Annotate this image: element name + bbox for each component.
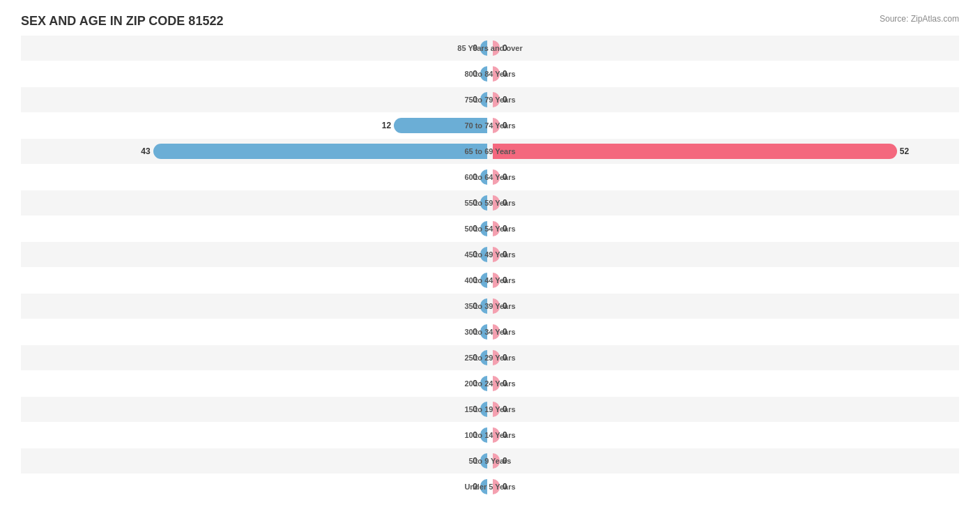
female-value: 0 xyxy=(503,404,522,414)
female-value: 0 xyxy=(503,69,522,79)
chart-row: 0 10 to 14 Years 0 xyxy=(21,423,959,448)
male-value: 0 xyxy=(458,301,477,311)
female-value: 0 xyxy=(503,121,522,130)
chart-row: 0 45 to 49 Years 0 xyxy=(21,242,959,267)
left-section: 0 xyxy=(21,423,490,448)
chart-row: 0 60 to 64 Years 0 xyxy=(21,165,959,190)
right-section: 0 xyxy=(490,165,959,190)
left-section: 0 xyxy=(21,216,490,241)
right-section: 0 xyxy=(490,345,959,370)
female-bar xyxy=(493,40,500,56)
chart-row: 0 35 to 39 Years 0 xyxy=(21,294,959,319)
chart-row: 0 55 to 59 Years 0 xyxy=(21,190,959,215)
female-bar xyxy=(493,350,500,365)
left-section: 0 xyxy=(21,319,490,344)
male-bar xyxy=(480,453,487,469)
male-bar xyxy=(480,195,487,211)
chart-row: 0 85 Years and over 0 xyxy=(21,36,959,61)
male-bar xyxy=(480,298,487,314)
female-value: 0 xyxy=(503,172,522,182)
male-bar xyxy=(480,40,487,56)
female-bar xyxy=(493,376,500,391)
chart-row: 0 25 to 29 Years 0 xyxy=(21,345,959,370)
female-value: 0 xyxy=(503,456,522,466)
right-section: 0 xyxy=(490,36,959,61)
right-section: 0 xyxy=(490,216,959,241)
male-value: 0 xyxy=(458,327,477,337)
male-bar xyxy=(394,118,487,133)
female-bar xyxy=(493,118,500,133)
female-value: 0 xyxy=(503,250,522,259)
right-section: 0 xyxy=(490,113,959,138)
right-section: 0 xyxy=(490,294,959,319)
female-value: 0 xyxy=(503,275,522,285)
female-bar xyxy=(493,298,500,314)
female-bar xyxy=(493,144,897,159)
left-section: 0 xyxy=(21,190,490,215)
right-section: 0 xyxy=(490,242,959,267)
female-value: 0 xyxy=(503,379,522,388)
male-value: 0 xyxy=(458,379,477,388)
male-bar xyxy=(480,479,487,494)
source-text: Source: ZipAtlas.com xyxy=(880,14,959,24)
male-value: 0 xyxy=(458,43,477,53)
female-value: 52 xyxy=(900,146,919,156)
chart-row: 0 5 to 9 Years 0 xyxy=(21,448,959,473)
male-value: 0 xyxy=(458,95,477,105)
left-section: 43 xyxy=(21,139,490,164)
female-bar xyxy=(493,195,500,211)
chart-row: 0 15 to 19 Years 0 xyxy=(21,397,959,422)
chart-row: 0 50 to 54 Years 0 xyxy=(21,216,959,241)
male-value: 0 xyxy=(458,430,477,440)
female-value: 0 xyxy=(503,224,522,234)
male-value: 0 xyxy=(458,482,477,492)
left-section: 0 xyxy=(21,87,490,112)
female-bar xyxy=(493,221,500,236)
female-value: 0 xyxy=(503,43,522,53)
male-value: 43 xyxy=(131,146,151,156)
female-bar xyxy=(493,66,500,82)
left-section: 0 xyxy=(21,61,490,86)
right-section: 0 xyxy=(490,423,959,448)
male-value: 0 xyxy=(458,404,477,414)
male-value: 0 xyxy=(458,224,477,234)
chart-row: 0 40 to 44 Years 0 xyxy=(21,268,959,293)
male-value: 0 xyxy=(458,250,477,259)
right-section: 0 xyxy=(490,371,959,396)
female-bar xyxy=(493,479,500,494)
female-bar xyxy=(493,273,500,288)
right-section: 0 xyxy=(490,61,959,86)
left-section: 0 xyxy=(21,294,490,319)
male-bar xyxy=(480,66,487,82)
female-bar xyxy=(493,92,500,107)
male-bar xyxy=(153,144,487,159)
left-section: 0 xyxy=(21,397,490,422)
chart-row: 0 30 to 34 Years 0 xyxy=(21,319,959,344)
female-value: 0 xyxy=(503,95,522,105)
right-section: 0 xyxy=(490,319,959,344)
left-section: 0 xyxy=(21,36,490,61)
female-bar xyxy=(493,402,500,417)
chart-row: 0 80 to 84 Years 0 xyxy=(21,61,959,86)
male-value: 0 xyxy=(458,69,477,79)
right-section: 0 xyxy=(490,268,959,293)
left-section: 0 xyxy=(21,448,490,473)
right-section: 0 xyxy=(490,87,959,112)
left-section: 12 xyxy=(21,113,490,138)
male-bar xyxy=(480,376,487,391)
male-bar xyxy=(480,221,487,236)
male-bar xyxy=(480,169,487,185)
female-bar xyxy=(493,324,500,340)
male-bar xyxy=(480,92,487,107)
male-value: 12 xyxy=(372,121,391,130)
female-bar xyxy=(493,247,500,262)
female-bar xyxy=(493,453,500,469)
female-bar xyxy=(493,427,500,443)
chart-row: 0 75 to 79 Years 0 xyxy=(21,87,959,112)
left-section: 0 xyxy=(21,242,490,267)
right-section: 0 xyxy=(490,397,959,422)
male-bar xyxy=(480,402,487,417)
right-section: 52 xyxy=(490,139,959,164)
male-value: 0 xyxy=(458,456,477,466)
female-value: 0 xyxy=(503,198,522,208)
